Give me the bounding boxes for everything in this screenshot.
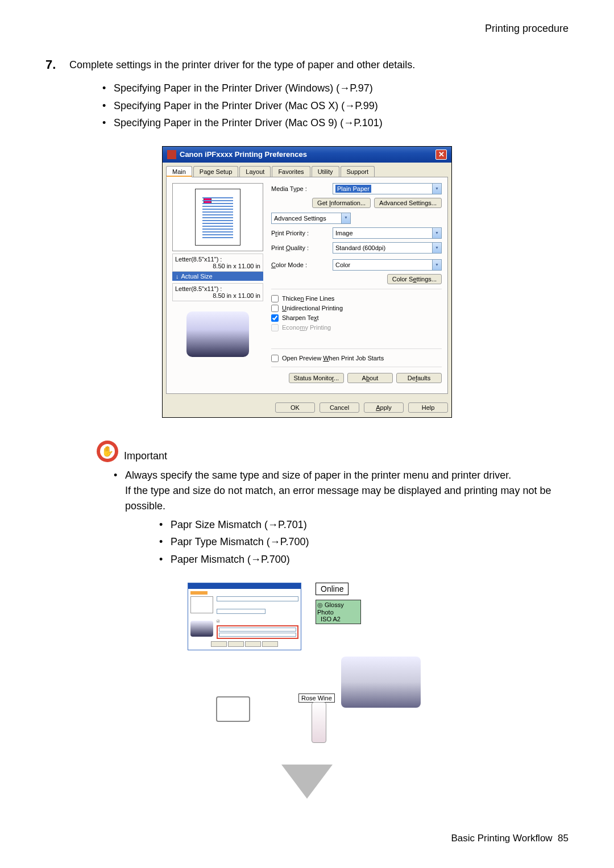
tab-favorites[interactable]: Favorites: [272, 166, 310, 177]
mode-select[interactable]: Advanced Settings: [271, 213, 351, 224]
bullet-item: Specifying Paper in the Printer Driver (…: [102, 114, 569, 132]
help-button[interactable]: Help: [408, 402, 448, 413]
economy-checkbox: Economy Printing: [271, 324, 442, 331]
tab-main[interactable]: Main: [166, 166, 192, 177]
tab-support[interactable]: Support: [341, 166, 375, 177]
important-label: Important: [124, 450, 167, 462]
chevron-down-icon[interactable]: [432, 228, 441, 238]
workflow-diagram: ☑ Online ◎ Glossy Photo ISO A2: [188, 583, 426, 799]
chevron-down-icon[interactable]: [432, 260, 441, 270]
dialog-titlebar: Canon iPFxxxx Printing Preferences ✕: [163, 147, 451, 163]
down-arrow-icon: ↓: [176, 273, 179, 280]
status-monitor-button[interactable]: Status Monitor...: [289, 373, 345, 383]
actual-size-bar: ↓ Actual Size: [172, 272, 263, 281]
callout-online: Online: [316, 583, 349, 595]
paper-size-label: Letter(8.5"x11") :: [175, 256, 260, 263]
arrow-down-icon: [281, 765, 333, 799]
app-icon: [167, 150, 176, 159]
color-mode-select[interactable]: Color: [333, 259, 442, 271]
bullet-item: Specifying Paper in the Printer Driver (…: [102, 80, 569, 97]
print-quality-select[interactable]: Standard (600dpi): [333, 242, 442, 254]
important-bullet: Papr Size Mismatch (→P.701): [159, 516, 569, 534]
ok-button[interactable]: OK: [275, 402, 315, 413]
about-button[interactable]: About: [347, 373, 393, 383]
paper-size-dim: 8.50 in x 11.00 in: [175, 263, 260, 269]
print-priority-label: Print Priority :: [271, 230, 328, 236]
callout-rose-wine: Rose Wine: [298, 693, 335, 703]
get-information-button[interactable]: Get Information...: [312, 198, 371, 208]
bullet-item: Specifying Paper in the Printer Driver (…: [102, 97, 569, 115]
dialog-title: Canon iPFxxxx Printing Preferences: [180, 150, 307, 159]
color-mode-label: Color Mode :: [271, 261, 328, 268]
media-type-label: Media Type :: [271, 185, 328, 192]
important-icon: [97, 441, 118, 462]
pc-icon: [216, 696, 273, 742]
chevron-down-icon[interactable]: [341, 213, 350, 223]
step-number: 7.: [45, 57, 63, 73]
paper-size-dim-2: 8.50 in x 11.00 in: [175, 292, 260, 299]
important-body: Always specify the same type and size of…: [114, 468, 569, 568]
large-printer-icon: [341, 657, 421, 708]
unidirectional-checkbox[interactable]: Unidirectional Printing: [271, 305, 442, 312]
chevron-down-icon[interactable]: [432, 184, 441, 194]
mini-dialog: ☑: [188, 583, 301, 650]
advanced-settings-button[interactable]: Advanced Settings...: [374, 198, 442, 208]
tab-utility[interactable]: Utility: [312, 166, 339, 177]
close-button[interactable]: ✕: [435, 149, 447, 160]
paper-size-label-2: Letter(8.5"x11") :: [175, 285, 260, 292]
page-footer: Basic Printing Workflow 85: [45, 833, 569, 844]
color-settings-button[interactable]: Color Settings...: [387, 274, 442, 284]
print-quality-label: Print Quality :: [271, 244, 328, 251]
media-type-select[interactable]: Plain Paper: [333, 183, 442, 194]
page-header: Printing procedure: [45, 23, 569, 35]
important-bullet: Paper Mismatch (→P.700): [159, 551, 569, 568]
step-bullets: Specifying Paper in the Printer Driver (…: [102, 80, 569, 132]
cancel-button[interactable]: Cancel: [320, 402, 359, 413]
print-priority-select[interactable]: Image: [333, 227, 442, 239]
step-text: Complete settings in the printer driver …: [69, 57, 415, 73]
dialog-tabs: Main Page Setup Layout Favorites Utility…: [163, 163, 451, 177]
tab-layout[interactable]: Layout: [239, 166, 271, 177]
wine-bottle-icon: [307, 702, 330, 747]
thicken-checkbox[interactable]: Thicken Fine Lines: [271, 295, 442, 302]
preferences-dialog: Canon iPFxxxx Printing Preferences ✕ Mai…: [162, 146, 452, 418]
tab-page-setup[interactable]: Page Setup: [193, 166, 239, 177]
sharpen-checkbox[interactable]: Sharpen Text: [271, 314, 442, 322]
page-preview: [172, 183, 263, 251]
important-bullet: Papr Type Mismatch (→P.700): [159, 533, 569, 551]
open-preview-checkbox[interactable]: Open Preview When Print Job Starts: [271, 355, 442, 362]
apply-button[interactable]: Apply: [364, 402, 404, 413]
printer-lcd: ◎ Glossy Photo ISO A2: [316, 600, 361, 624]
chevron-down-icon[interactable]: [432, 243, 441, 253]
printer-preview: [172, 305, 263, 364]
defaults-button[interactable]: Defaults: [396, 373, 442, 383]
